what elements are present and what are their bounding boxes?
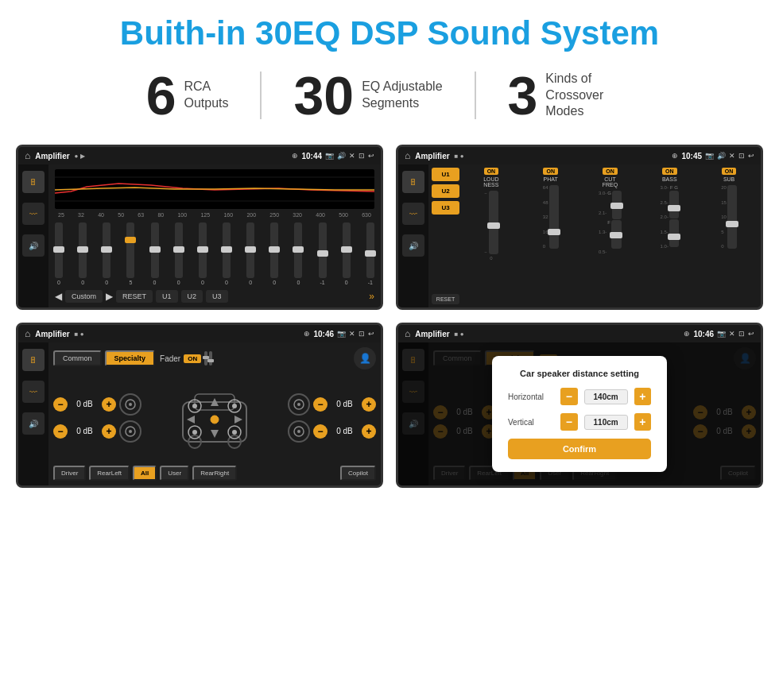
user-btn[interactable]: User bbox=[160, 466, 189, 481]
confirm-button[interactable]: Confirm bbox=[508, 439, 651, 459]
driver-btn[interactable]: Driver bbox=[53, 466, 86, 481]
dsp-u1-btn[interactable]: U1 bbox=[432, 168, 459, 181]
time-br: 10:46 bbox=[693, 330, 714, 338]
fader-on-badge[interactable]: ON bbox=[184, 354, 201, 363]
eq-side-btn-tr[interactable]: 🎚 bbox=[402, 171, 424, 193]
stat-label-eq: EQ AdjustableSegments bbox=[362, 79, 442, 112]
location-icon-tr: ⊕ bbox=[672, 152, 678, 160]
eq-side-btn-bl[interactable]: 🎚 bbox=[22, 349, 45, 371]
dsp-on-phat[interactable]: ON bbox=[543, 168, 558, 175]
dsp-on-bass[interactable]: ON bbox=[662, 168, 677, 175]
svg-marker-22 bbox=[211, 430, 219, 438]
time-bl: 10:46 bbox=[313, 330, 334, 338]
speaker-side-btn-bl[interactable]: 🔊 bbox=[22, 412, 45, 435]
eq-more-icon[interactable]: » bbox=[369, 291, 374, 302]
fader-content: Common Specialty Fader ON bbox=[48, 342, 381, 485]
fader-middle: − 0 dB + − 0 dB + bbox=[53, 374, 376, 461]
fader-control-row: Fader ON bbox=[160, 351, 212, 365]
status-dots-tr: ■ ● bbox=[455, 153, 464, 160]
eq-prev-btn[interactable]: ◀ bbox=[55, 291, 62, 302]
screen-content-tr: 🎚 〰 🔊 U1 U2 U3 RESET ON LOUDNE bbox=[398, 164, 761, 307]
home-icon-br[interactable]: ⌂ bbox=[405, 328, 410, 339]
eq-side-btn-tl[interactable]: 🎚 bbox=[22, 171, 45, 193]
dsp-label-loudness: LOUDNESS bbox=[483, 176, 498, 188]
db-plus-rl[interactable]: + bbox=[102, 424, 116, 439]
eq-slider-9: 0 bbox=[270, 222, 278, 285]
status-bar-tr: ⌂ Amplifier ■ ● ⊕ 10:45 📷 🔊 ✕ ⊡ ↩ bbox=[398, 147, 761, 164]
wave-side-btn-bl[interactable]: 〰 bbox=[22, 381, 45, 403]
wave-side-btn-tr[interactable]: 〰 bbox=[402, 203, 424, 225]
db-minus-fl[interactable]: − bbox=[53, 397, 68, 412]
stat-number-crossover: 3 bbox=[508, 68, 538, 122]
home-icon-tr[interactable]: ⌂ bbox=[405, 150, 410, 161]
status-right-bl: ⊕ 10:46 📷 ✕ ⊡ ↩ bbox=[304, 330, 374, 338]
db-row-rr: − 0 dB + bbox=[288, 420, 376, 443]
dsp-u3-btn[interactable]: U3 bbox=[432, 201, 459, 215]
stat-crossover: 3 Kinds of Crossover Modes bbox=[476, 68, 665, 122]
dsp-label-cutfreq: CUTFREQ bbox=[603, 176, 618, 188]
db-plus-fr[interactable]: + bbox=[362, 397, 376, 412]
dialog-horizontal-plus[interactable]: + bbox=[634, 388, 651, 405]
db-minus-rl[interactable]: − bbox=[53, 424, 68, 439]
dsp-slider-cutfreq-g[interactable] bbox=[612, 191, 622, 219]
location-icon-tl: ⊕ bbox=[292, 152, 298, 160]
dsp-on-loudness[interactable]: ON bbox=[484, 168, 499, 175]
car-diagram bbox=[148, 378, 281, 458]
svg-point-28 bbox=[297, 430, 300, 433]
dsp-label-phat: PHAT bbox=[544, 176, 558, 182]
dsp-channel-bass: ON BASS 3.0-2.5-2.0-1.5-1.0- F G bbox=[641, 168, 698, 304]
eq-slider-4: 0 bbox=[151, 222, 159, 285]
dsp-slider-loudness[interactable] bbox=[489, 191, 498, 254]
volume-icon-tl: 🔊 bbox=[337, 152, 346, 160]
specialty-tab[interactable]: Specialty bbox=[105, 350, 156, 366]
db-plus-rr[interactable]: + bbox=[362, 424, 376, 439]
status-bar-tl: ⌂ Amplifier ● ▶ ⊕ 10:44 📷 🔊 ✕ ⊡ ↩ bbox=[18, 147, 381, 164]
page-title: Buith-in 30EQ DSP Sound System bbox=[0, 0, 779, 60]
dsp-slider-bass-f[interactable] bbox=[669, 191, 679, 219]
eq-u1-btn[interactable]: U1 bbox=[156, 290, 178, 303]
dsp-on-sub[interactable]: ON bbox=[722, 168, 737, 175]
copilot-btn[interactable]: Copilot bbox=[340, 466, 376, 481]
eq-slider-3: 5 bbox=[126, 222, 134, 285]
back-icon-bl: ↩ bbox=[368, 330, 374, 338]
svg-point-16 bbox=[232, 404, 237, 408]
dsp-slider-sub[interactable] bbox=[727, 185, 737, 249]
stat-number-rca: 6 bbox=[146, 68, 176, 122]
db-minus-fr[interactable]: − bbox=[313, 397, 327, 412]
app-title-bl: Amplifier bbox=[35, 330, 69, 338]
rearleft-btn[interactable]: RearLeft bbox=[89, 466, 130, 481]
common-tab[interactable]: Common bbox=[53, 350, 102, 366]
user-icon-btn[interactable]: 👤 bbox=[354, 347, 376, 369]
home-icon-bl[interactable]: ⌂ bbox=[25, 328, 30, 339]
wave-side-btn-tl[interactable]: 〰 bbox=[22, 203, 45, 225]
rearright-btn[interactable]: RearRight bbox=[192, 466, 237, 481]
eq-next-btn[interactable]: ▶ bbox=[106, 291, 113, 302]
eq-slider-2: 0 bbox=[103, 222, 110, 285]
db-minus-rr[interactable]: − bbox=[313, 424, 327, 439]
all-btn[interactable]: All bbox=[133, 466, 157, 481]
dsp-slider-phat[interactable] bbox=[549, 185, 559, 249]
dsp-on-cutfreq[interactable]: ON bbox=[603, 168, 618, 175]
eq-freq-labels: 2532405063 80100125160200 25032040050063… bbox=[55, 212, 374, 218]
window-icon-tl: ⊡ bbox=[358, 152, 365, 160]
eq-u3-btn[interactable]: U3 bbox=[206, 290, 228, 303]
back-icon-tl: ↩ bbox=[368, 152, 374, 160]
eq-reset-btn[interactable]: RESET bbox=[116, 290, 153, 303]
eq-custom-btn[interactable]: Custom bbox=[65, 290, 103, 303]
fader-left-db: − 0 dB + − 0 dB + bbox=[53, 393, 141, 443]
dsp-reset-btn[interactable]: RESET bbox=[432, 294, 459, 304]
status-right-tl: ⊕ 10:44 📷 🔊 ✕ ⊡ ↩ bbox=[292, 152, 374, 160]
speaker-side-btn-tl[interactable]: 🔊 bbox=[22, 234, 45, 257]
svg-point-20 bbox=[232, 430, 237, 435]
db-plus-fl[interactable]: + bbox=[102, 397, 116, 412]
speaker-side-btn-tr[interactable]: 🔊 bbox=[402, 234, 424, 257]
dialog-horizontal-minus[interactable]: − bbox=[560, 388, 577, 405]
dsp-u2-btn[interactable]: U2 bbox=[432, 184, 459, 198]
home-icon-tl[interactable]: ⌂ bbox=[25, 150, 30, 161]
dsp-slider-bass-g[interactable] bbox=[669, 219, 679, 247]
dialog-vertical-plus[interactable]: + bbox=[634, 413, 651, 431]
dsp-slider-cutfreq-f[interactable] bbox=[611, 220, 622, 249]
eq-u2-btn[interactable]: U2 bbox=[181, 290, 203, 303]
stats-row: 6 RCAOutputs 30 EQ AdjustableSegments 3 … bbox=[0, 60, 779, 138]
dialog-vertical-minus[interactable]: − bbox=[560, 413, 577, 431]
